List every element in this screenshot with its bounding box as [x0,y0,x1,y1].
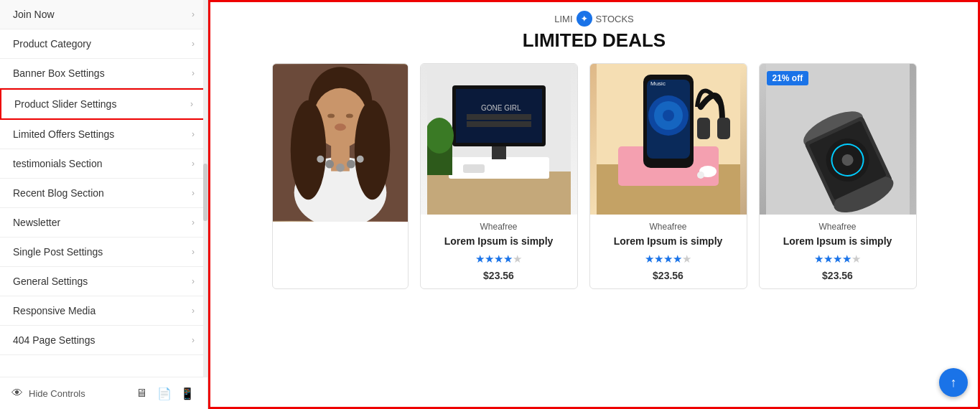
product-info-4: Wheafree Lorem Ipsum is simply ★★★★★ $23… [760,215,916,288]
hide-controls-button[interactable]: 👁 Hide Controls [11,387,85,400]
product-card-3: Music Wheafree Lorem Ipsum is simply ★★★… [589,63,747,289]
svg-point-36 [663,110,674,121]
svg-text:GONE GIRL: GONE GIRL [481,104,521,112]
sidebar-item-label: Recent Blog Section [13,187,104,199]
product-card-2: GONE GIRL Wheafree Lorem Ipsum is simply… [420,63,578,289]
svg-rect-39 [697,118,710,139]
sidebar-item-label: Single Post Settings [13,246,103,258]
chevron-right-icon: › [192,129,195,139]
chevron-right-icon: › [190,99,193,109]
stocks-icon: ✦ [577,11,592,27]
svg-rect-38 [717,118,730,139]
section-header: LIMI ✦ STOCKS LIMITED DEALS [210,2,978,56]
svg-rect-28 [463,164,485,173]
sidebar-item-label: Limited Offers Settings [13,128,114,140]
product-image-phone: Music [590,64,747,215]
sidebar-item-label: 404 Page Settings [13,334,95,346]
svg-point-41 [697,171,704,179]
svg-point-12 [336,164,345,172]
svg-point-14 [317,156,324,163]
sidebar-item-join-now[interactable]: Join Now › [0,0,207,29]
product-price-3: $23.56 [599,270,738,281]
sidebar-item-limited-offers[interactable]: Limited Offers Settings › [0,120,207,149]
sidebar-item-label: Product Slider Settings [14,98,116,110]
product-brand-3: Wheafree [599,222,738,232]
sidebar-item-banner-box[interactable]: Banner Box Settings › [0,59,207,88]
desktop-icon[interactable]: 🖥 [133,385,150,402]
sidebar-item-testimonials[interactable]: testimonials Section › [0,149,207,179]
section-title: LIMITED DEALS [210,29,978,52]
svg-point-8 [335,123,346,131]
product-stars-2: ★★★★★ [429,253,569,265]
svg-point-6 [327,113,335,118]
sidebar-item-label: Join Now [13,9,55,20]
sidebar-item-label: General Settings [13,276,88,287]
sidebar-item-product-category[interactable]: Product Category › [0,29,207,59]
stocks-text-right: STOCKS [596,14,634,24]
chevron-right-icon: › [192,247,195,257]
chevron-right-icon: › [192,68,195,78]
chevron-right-icon: › [192,188,195,198]
products-row: GONE GIRL Wheafree Lorem Ipsum is simply… [210,56,978,296]
sidebar-item-responsive-media[interactable]: Responsive Media › [0,296,207,326]
product-info-3: Wheafree Lorem Ipsum is simply ★★★★★ $23… [590,215,747,288]
product-info-2: Wheafree Lorem Ipsum is simply ★★★★★ $23… [421,215,577,288]
chevron-right-icon: › [192,159,195,169]
product-image-tv: GONE GIRL [421,64,577,215]
product-stars-3: ★★★★★ [599,253,738,265]
stocks-text-left: LIMI [554,14,572,24]
product-brand-2: Wheafree [429,222,569,232]
svg-text:Music: Music [650,80,666,87]
product-card-1 [272,63,409,289]
sidebar-item-404-settings[interactable]: 404 Page Settings › [0,326,207,355]
view-mode-icons: 🖥 📄 📱 [133,385,196,402]
svg-rect-25 [492,146,506,159]
sidebar-item-single-post[interactable]: Single Post Settings › [0,238,207,267]
product-title-4: Lorem Ipsum is simply [768,235,907,247]
limited-stocks-label: LIMI ✦ STOCKS [210,11,978,27]
svg-rect-23 [467,114,531,120]
product-stars-4: ★★★★★ [768,253,907,265]
svg-point-7 [345,113,353,118]
chevron-right-icon: › [192,39,195,49]
product-title-2: Lorem Ipsum is simply [429,235,569,247]
svg-point-15 [356,156,363,163]
sidebar-item-label: Product Category [13,38,91,50]
chevron-right-icon: › [192,335,195,345]
sidebar-item-recent-blog[interactable]: Recent Blog Section › [0,179,207,208]
product-brand-4: Wheafree [768,222,907,232]
chevron-right-icon: › [192,9,195,19]
sidebar-item-label: Responsive Media [13,305,95,316]
discount-badge: 21% off [767,71,809,85]
chevron-right-icon: › [192,217,195,227]
sidebar-item-product-slider[interactable]: Product Slider Settings › [0,88,207,120]
tablet-icon[interactable]: 📄 [156,385,173,402]
scrollbar-thumb [203,164,207,221]
svg-rect-24 [467,121,531,127]
chevron-right-icon: › [192,276,195,286]
hide-controls-label: Hide Controls [29,388,85,399]
scroll-top-button[interactable]: ↑ [939,368,968,397]
eye-icon: 👁 [11,387,23,400]
svg-point-10 [354,100,389,200]
product-title-3: Lorem Ipsum is simply [599,235,738,247]
sidebar-footer: 👁 Hide Controls 🖥 📄 📱 [0,377,207,409]
sidebar-item-label: Banner Box Settings [13,67,105,79]
sidebar-item-general-settings[interactable]: General Settings › [0,267,207,296]
product-price-2: $23.56 [429,270,569,281]
sidebar: Join Now › Product Category › Banner Box… [0,0,208,409]
sidebar-item-label: testimonials Section [13,158,103,169]
product-card-4: 21% off [759,63,917,289]
sidebar-item-label: Newsletter [13,217,60,228]
product-price-4: $23.56 [768,270,907,281]
sidebar-scrollbar[interactable] [203,0,207,409]
product-image-woman [273,64,408,222]
svg-point-9 [290,100,325,200]
mobile-icon[interactable]: 📱 [179,385,196,402]
product-image-speaker [760,64,916,215]
svg-point-11 [325,160,334,169]
main-content: LIMI ✦ STOCKS LIMITED DEALS [208,0,980,409]
chevron-right-icon: › [192,306,195,316]
svg-point-13 [346,160,355,169]
sidebar-item-newsletter[interactable]: Newsletter › [0,208,207,238]
